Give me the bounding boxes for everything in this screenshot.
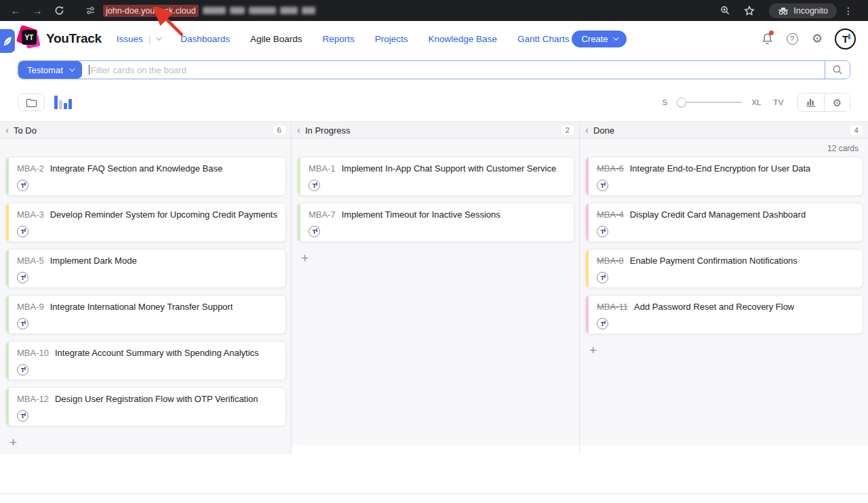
- address-bar-url[interactable]: john-doe.youtrack.cloud: [103, 5, 199, 17]
- card-title[interactable]: Develop Reminder System for Upcoming Cre…: [50, 209, 277, 220]
- assignee-avatar[interactable]: T: [17, 226, 28, 237]
- browser-forward-icon[interactable]: →: [28, 3, 46, 18]
- incognito-badge: Incognito: [769, 3, 837, 18]
- board-column: ‹ Done 4 MBA-6 Integrate End-to-End Encr…: [580, 121, 868, 454]
- nav-item-reports[interactable]: Reports: [323, 34, 355, 44]
- card-id[interactable]: MBA-9: [17, 302, 44, 312]
- user-avatar[interactable]: T: [835, 28, 856, 49]
- column-header: ‹ To Do 6: [0, 121, 291, 139]
- youtrack-logo-badge: YT: [22, 30, 37, 45]
- card-size-slider[interactable]: [677, 98, 742, 107]
- bookmark-star-icon[interactable]: [741, 3, 758, 18]
- issue-card[interactable]: MBA-4 Display Credit Card Management Das…: [585, 203, 863, 242]
- app-header: YT YouTrack Issues|DashboardsAgile Board…: [0, 21, 868, 56]
- issue-card[interactable]: MBA-10 Integrate Account Summary with Sp…: [5, 341, 286, 380]
- issue-card[interactable]: MBA-1 Implement In-App Chat Support with…: [297, 157, 574, 196]
- incognito-icon: [778, 7, 789, 15]
- card-title[interactable]: Add Password Reset and Recovery Flow: [634, 302, 794, 312]
- nav-item-issues[interactable]: Issues|: [117, 34, 160, 44]
- zoom-icon[interactable]: [716, 3, 734, 18]
- issue-card[interactable]: MBA-12 Design User Registration Flow wit…: [5, 387, 286, 426]
- page: ← → john-doe.youtrack.cloud: [0, 0, 868, 503]
- notifications-bell-icon[interactable]: [760, 31, 774, 46]
- card-title[interactable]: Integrate End-to-End Encryption for User…: [630, 163, 811, 174]
- edge-panel-tab[interactable]: [0, 29, 15, 53]
- board-view-icon[interactable]: [54, 96, 72, 109]
- filter-input[interactable]: Filter cards on the board: [82, 61, 825, 79]
- tv-mode-label[interactable]: TV: [773, 98, 784, 106]
- issue-card[interactable]: MBA-7 Implement Timeout for Inactive Ses…: [297, 203, 574, 242]
- nav-item-gantt-charts[interactable]: Gantt Charts: [517, 34, 570, 44]
- add-card-button[interactable]: +: [297, 250, 313, 266]
- add-card-button[interactable]: +: [585, 342, 601, 358]
- issue-card[interactable]: MBA-5 Implement Dark Mode T: [5, 249, 286, 288]
- add-card-button[interactable]: +: [5, 435, 21, 450]
- nav-item-projects[interactable]: Projects: [375, 34, 408, 44]
- card-id[interactable]: MBA-7: [309, 209, 336, 220]
- issue-card[interactable]: MBA-2 Integrate FAQ Section and Knowledg…: [5, 157, 286, 196]
- youtrack-logo[interactable]: YT: [20, 28, 41, 49]
- card-size-min-label: S: [663, 98, 668, 106]
- collapse-column-icon[interactable]: ‹: [297, 125, 300, 135]
- card-title[interactable]: Integrate Account Summary with Spending …: [55, 348, 259, 358]
- board-settings-button[interactable]: ⚙: [824, 94, 850, 111]
- card-id[interactable]: MBA-6: [597, 163, 624, 174]
- collapse-column-icon[interactable]: ‹: [5, 125, 9, 135]
- browser-menu-icon[interactable]: ⋮: [840, 3, 857, 18]
- slider-knob[interactable]: [677, 98, 686, 107]
- assignee-avatar[interactable]: T: [597, 180, 608, 191]
- issue-card[interactable]: MBA-11 Add Password Reset and Recovery F…: [585, 295, 863, 334]
- assignee-avatar[interactable]: T: [17, 180, 28, 191]
- card-id[interactable]: MBA-1: [309, 163, 336, 174]
- card-id[interactable]: MBA-10: [17, 348, 49, 358]
- card-id[interactable]: MBA-5: [17, 256, 44, 266]
- nav-item-dashboards[interactable]: Dashboards: [180, 34, 230, 44]
- card-title[interactable]: Design User Registration Flow with OTP V…: [55, 394, 258, 404]
- card-id[interactable]: MBA-8: [597, 256, 624, 266]
- help-icon[interactable]: ?: [785, 31, 800, 46]
- assignee-avatar[interactable]: T: [17, 410, 28, 422]
- column-title: To Do: [14, 125, 37, 136]
- issue-card[interactable]: MBA-6 Integrate End-to-End Encryption fo…: [585, 157, 863, 196]
- issue-card[interactable]: MBA-9 Integrate International Money Tran…: [5, 295, 286, 334]
- assignee-avatar[interactable]: T: [17, 272, 28, 283]
- nav-item-knowledge-base[interactable]: Knowledge Base: [429, 34, 497, 44]
- assignee-avatar[interactable]: T: [17, 318, 28, 329]
- create-button[interactable]: Create: [572, 31, 627, 47]
- swimlane-folder-button[interactable]: [18, 94, 45, 111]
- issue-card[interactable]: MBA-3 Develop Reminder System for Upcomi…: [5, 203, 286, 242]
- card-title[interactable]: Implement Dark Mode: [50, 256, 137, 266]
- assignee-avatar[interactable]: T: [597, 226, 608, 237]
- assignee-avatar[interactable]: T: [309, 180, 320, 191]
- card-title[interactable]: Display Credit Card Management Dashboard: [630, 209, 806, 220]
- card-title[interactable]: Enable Payment Confirmation Notification…: [630, 256, 797, 266]
- card-id[interactable]: MBA-11: [597, 302, 628, 312]
- browser-back-icon[interactable]: ←: [7, 3, 24, 18]
- card-id[interactable]: MBA-2: [17, 163, 44, 174]
- assignee-avatar[interactable]: T: [309, 226, 320, 237]
- assignee-avatar[interactable]: T: [597, 272, 608, 283]
- site-info-icon[interactable]: [81, 3, 99, 18]
- card-title[interactable]: Implement In-App Chat Support with Custo…: [342, 163, 556, 174]
- assignee-avatar[interactable]: T: [17, 364, 28, 376]
- nav-item-agile-boards[interactable]: Agile Boards: [250, 34, 302, 44]
- chart-button[interactable]: [798, 94, 824, 111]
- card-id[interactable]: MBA-4: [597, 209, 624, 220]
- column-body: MBA-2 Integrate FAQ Section and Knowledg…: [0, 139, 291, 454]
- assignee-avatar[interactable]: T: [597, 318, 608, 329]
- browser-reload-icon[interactable]: [50, 3, 68, 18]
- board-selector-button[interactable]: Testomat: [18, 61, 82, 79]
- collapse-column-icon[interactable]: ‹: [585, 125, 589, 135]
- card-title[interactable]: Integrate International Money Transfer S…: [50, 302, 233, 312]
- youtrack-wordmark[interactable]: YouTrack: [46, 31, 102, 46]
- card-priority-stripe: [298, 203, 300, 241]
- card-priority-stripe: [6, 388, 9, 426]
- search-button[interactable]: [825, 61, 850, 79]
- feather-icon: [3, 36, 12, 47]
- settings-gear-icon[interactable]: ⚙: [810, 31, 825, 46]
- card-id[interactable]: MBA-3: [17, 209, 44, 220]
- card-title[interactable]: Integrate FAQ Section and Knowledge Base: [50, 163, 222, 174]
- issue-card[interactable]: MBA-8 Enable Payment Confirmation Notifi…: [585, 249, 863, 288]
- card-id[interactable]: MBA-12: [17, 394, 49, 404]
- card-title[interactable]: Implement Timeout for Inactive Sessions: [342, 209, 500, 220]
